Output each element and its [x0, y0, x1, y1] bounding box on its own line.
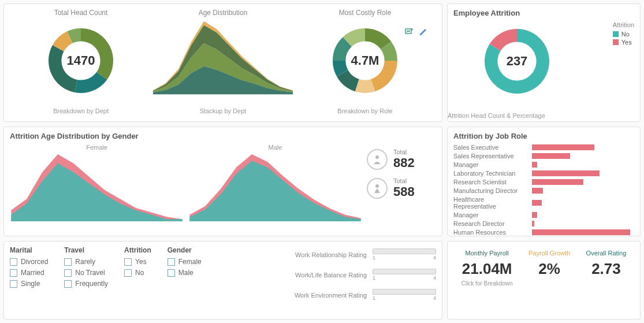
filter-marital-single[interactable]: Single	[10, 280, 48, 288]
bar-row[interactable]: Manager	[453, 211, 634, 218]
job-role-bars[interactable]: Sales ExecutiveSales RepresentativeManag…	[453, 144, 634, 236]
checkbox-icon[interactable]	[124, 269, 132, 277]
legend-item-no[interactable]: No	[613, 31, 634, 38]
payroll-stat[interactable]: Monthly Payroll 21.04M Click for Breakdo…	[461, 250, 513, 287]
slider-work-life-balance-rating[interactable]: Work/Life Balance Rating14	[218, 269, 436, 281]
svg-point-2	[375, 184, 379, 188]
agedist-area	[152, 20, 294, 95]
filter-attrition: AttritionYesNo	[124, 246, 151, 280]
filter-gender-male[interactable]: Male	[167, 269, 202, 277]
attrition-value: 237	[507, 54, 528, 69]
bar-row[interactable]: Research Director	[453, 220, 634, 227]
bar-row[interactable]: Manager	[453, 161, 634, 168]
filter-marital-married[interactable]: Married	[10, 269, 48, 277]
bar-row[interactable]: Manufacturing Director	[453, 187, 634, 194]
headcount-chart[interactable]: Total Head Count 1470 Breakdown by Dept	[10, 9, 152, 117]
chart-options-icon[interactable]	[405, 27, 414, 36]
filter-gender: GenderFemaleMale	[167, 246, 202, 280]
male-icon	[367, 149, 388, 170]
checkbox-icon[interactable]	[167, 258, 175, 266]
attrition-panel: Employee Attrition 237 Attrition NoYes A…	[447, 3, 641, 122]
filter-marital: MaritalDivorcedMarriedSingle	[10, 246, 48, 291]
age-gender-panel: Attrition Age Distribution by Gender Fem…	[3, 127, 442, 236]
agedist-caption: Stackup by Dept	[152, 107, 294, 114]
total-male: Total882	[367, 148, 436, 170]
filter-attrition-yes[interactable]: Yes	[124, 258, 151, 266]
bar-row[interactable]: Sales Executive	[453, 144, 634, 151]
attrition-caption: Attrition Head Count & Percentage	[448, 112, 640, 119]
headcount-value: 1470	[67, 53, 95, 68]
attrition-title: Employee Attrition	[453, 9, 634, 17]
job-role-panel: Attrition by Job Role Sales ExecutiveSal…	[447, 127, 641, 236]
costly-value: 4.7M	[351, 53, 379, 68]
costly-title: Most Costly Role	[294, 9, 436, 17]
edit-icon[interactable]	[419, 27, 428, 36]
filter-sliders: Work Relationship Rating14Work/Life Bala…	[218, 246, 436, 309]
age-gender-title: Attrition Age Distribution by Gender	[10, 132, 436, 140]
checkbox-icon[interactable]	[64, 258, 72, 266]
job-role-title: Attrition by Job Role	[453, 132, 634, 140]
female-chart[interactable]: Female	[10, 144, 184, 224]
legend-item-yes[interactable]: Yes	[613, 39, 634, 46]
bar-row[interactable]: Laboratory Technician	[453, 170, 634, 177]
checkbox-icon[interactable]	[64, 280, 72, 288]
checkbox-icon[interactable]	[64, 269, 72, 277]
male-area	[188, 153, 362, 222]
filter-travel: TravelRarelyNo TravelFrequently	[64, 246, 108, 291]
attrition-legend: Attrition NoYes	[613, 21, 634, 47]
filter-travel-frequently[interactable]: Frequently	[64, 280, 108, 288]
slider-work-environment-rating[interactable]: Work Environment Rating14	[218, 289, 436, 301]
female-icon	[367, 178, 388, 199]
filter-travel-rarely[interactable]: Rarely	[64, 258, 108, 266]
bar-row[interactable]: Sales Representative	[453, 153, 634, 159]
filter-gender-female[interactable]: Female	[167, 258, 202, 266]
filters-panel: MaritalDivorcedMarriedSingle TravelRarel…	[3, 241, 442, 320]
total-female: Total588	[367, 177, 436, 199]
filter-travel-no-travel[interactable]: No Travel	[64, 269, 108, 277]
rating-stat[interactable]: Overall Rating 2.73	[586, 250, 627, 278]
checkbox-icon[interactable]	[167, 269, 175, 277]
bottom-stats-panel: Monthly Payroll 21.04M Click for Breakdo…	[447, 241, 641, 320]
costly-role-chart[interactable]: Most Costly Role 4.7M Breakdown by Role	[294, 9, 436, 117]
gender-totals: Total882Total588	[367, 144, 436, 199]
summary-panel: Total Head Count 1470 Breakdown by Dept …	[3, 3, 442, 122]
growth-stat[interactable]: Payroll Growth 2%	[528, 250, 570, 278]
costly-caption: Breakdown by Role	[294, 107, 436, 114]
checkbox-icon[interactable]	[10, 269, 17, 277]
filter-marital-divorced[interactable]: Divorced	[10, 258, 48, 266]
agedist-title: Age Distribution	[152, 9, 294, 17]
headcount-title: Total Head Count	[10, 9, 152, 17]
svg-point-1	[375, 155, 379, 159]
filter-attrition-no[interactable]: No	[124, 269, 151, 277]
bar-row[interactable]: Healthcare Representative	[453, 196, 634, 210]
bar-row[interactable]: Human Resources	[453, 229, 634, 236]
male-chart[interactable]: Male	[188, 144, 362, 224]
slider-work-relationship-rating[interactable]: Work Relationship Rating14	[218, 248, 436, 261]
bar-row[interactable]: Research Scientist	[453, 179, 634, 185]
female-area	[10, 153, 184, 222]
age-dist-chart[interactable]: Age Distribution Stackup by Dept	[152, 9, 294, 117]
checkbox-icon[interactable]	[10, 280, 17, 288]
checkbox-icon[interactable]	[124, 258, 132, 266]
headcount-caption: Breakdown by Dept	[10, 107, 152, 114]
checkbox-icon[interactable]	[10, 258, 17, 266]
